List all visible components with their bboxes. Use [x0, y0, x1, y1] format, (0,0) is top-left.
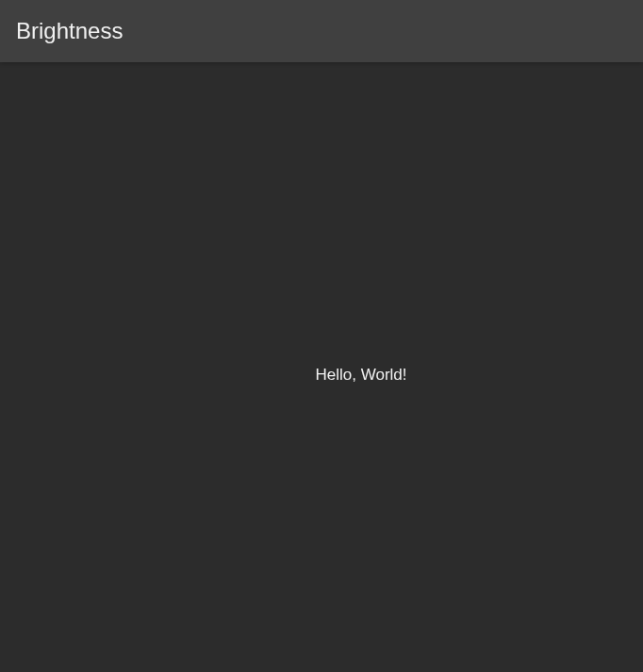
page-title: Brightness [16, 18, 123, 44]
main-message: Hello, World! [316, 366, 407, 385]
app-bar: Brightness [0, 0, 643, 62]
content-area: Hello, World! [0, 62, 643, 672]
